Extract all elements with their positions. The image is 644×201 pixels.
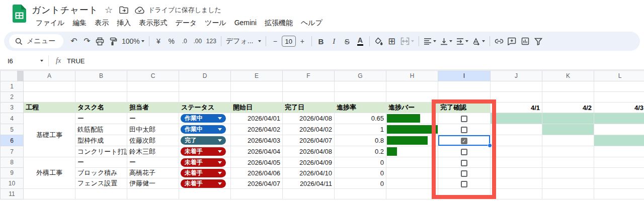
start-date-cell[interactable]: 2026/04/07 <box>231 178 283 189</box>
gantt-cell[interactable] <box>594 178 644 189</box>
column-header-d[interactable]: D <box>179 71 231 81</box>
menu-edit[interactable]: 編集 <box>68 18 91 29</box>
checkbox[interactable] <box>461 160 467 166</box>
assignee-cell[interactable]: 伊藤健一 <box>127 178 179 189</box>
cell[interactable] <box>179 92 231 103</box>
gantt-cell[interactable] <box>594 124 644 135</box>
column-header-e[interactable]: E <box>231 71 283 81</box>
status-cell[interactable]: 未着手 <box>179 157 231 168</box>
end-date-cell[interactable]: 2026/04/09 <box>283 157 335 168</box>
cell[interactable] <box>75 92 127 103</box>
status-chip[interactable]: 作業中 <box>181 114 226 123</box>
header-cell-assignee[interactable]: 担当者 <box>127 103 179 113</box>
cell[interactable] <box>24 189 75 199</box>
progress-bar-cell[interactable] <box>386 124 438 135</box>
cell[interactable] <box>127 92 179 103</box>
menu-view[interactable]: 表示 <box>91 18 113 29</box>
task-name-cell[interactable]: フェンス設置 <box>75 178 127 189</box>
start-date-cell[interactable]: 2026/04/05 <box>231 157 283 168</box>
status-chip[interactable]: 完了 <box>181 136 226 145</box>
end-date-cell[interactable]: 2026/04/10 <box>283 168 335 178</box>
move-to-folder-icon[interactable] <box>119 6 128 14</box>
insert-chart-icon[interactable] <box>519 35 532 48</box>
gantt-cell[interactable] <box>542 135 594 146</box>
create-filter-icon[interactable] <box>532 35 545 48</box>
strikethrough-button[interactable]: S <box>341 35 354 48</box>
column-header-i[interactable]: I <box>438 71 491 81</box>
end-date-cell[interactable]: 2026/04/07 <box>283 135 335 146</box>
cell[interactable] <box>231 189 283 199</box>
cell[interactable] <box>24 92 75 103</box>
menu-insert[interactable]: 挿入 <box>113 18 135 29</box>
progress-cell[interactable]: 0.65 <box>335 113 386 124</box>
column-header-f[interactable]: F <box>283 71 335 81</box>
assignee-cell[interactable]: 佐藤次郎 <box>127 135 179 146</box>
menu-gemini[interactable]: Gemini <box>230 18 261 29</box>
header-cell-progress[interactable]: 進捗率 <box>335 103 386 113</box>
cell[interactable] <box>335 92 386 103</box>
row-header-2[interactable]: 2 <box>1 92 24 103</box>
gantt-cell[interactable] <box>491 124 542 135</box>
completion-cell[interactable] <box>438 146 491 157</box>
end-date-cell[interactable]: 2026/04/11 <box>283 178 335 189</box>
date-header-4-2[interactable]: 4/2 <box>542 103 594 113</box>
row-header-4[interactable]: 4 <box>1 113 24 124</box>
column-header-j[interactable]: J <box>491 71 542 81</box>
assignee-cell[interactable]: 田中太郎 <box>127 124 179 135</box>
progress-bar-cell[interactable] <box>386 146 438 157</box>
increase-decimal-button[interactable]: .00 <box>191 35 204 48</box>
gantt-cell[interactable] <box>491 178 542 189</box>
save-status[interactable]: ドライブに保存しました <box>135 6 221 15</box>
menu-format[interactable]: 表示形式 <box>135 18 171 29</box>
gantt-cell[interactable] <box>594 168 644 178</box>
cell[interactable] <box>594 189 644 199</box>
start-date-cell[interactable]: 2026/04/03 <box>231 135 283 146</box>
progress-cell[interactable]: 0 <box>335 178 386 189</box>
cell[interactable] <box>386 189 438 199</box>
status-cell[interactable]: 作業中 <box>179 124 231 135</box>
start-date-cell[interactable]: 2026/04/06 <box>231 168 283 178</box>
row-header-6[interactable]: 6 <box>1 135 24 146</box>
star-icon[interactable]: ☆ <box>105 6 113 15</box>
cell[interactable] <box>283 189 335 199</box>
menu-tools[interactable]: ツール <box>201 18 230 29</box>
menu-extensions[interactable]: 拡張機能 <box>261 18 297 29</box>
gantt-cell[interactable] <box>542 168 594 178</box>
text-color-button[interactable]: A <box>357 37 363 46</box>
horizontal-align-icon[interactable] <box>422 35 438 48</box>
increase-font-size-button[interactable]: + <box>296 35 309 48</box>
percent-format-button[interactable]: % <box>165 35 178 48</box>
status-chip[interactable]: 未着手 <box>181 158 226 167</box>
assignee-cell[interactable]: ー <box>127 113 179 124</box>
menu-file[interactable]: ファイル <box>32 18 68 29</box>
cell[interactable] <box>24 81 75 92</box>
checkbox[interactable] <box>461 181 467 187</box>
bold-button[interactable]: B <box>314 35 328 48</box>
task-name-cell[interactable]: ブロック積み <box>75 168 127 178</box>
merge-cells-icon[interactable] <box>398 35 416 48</box>
status-chip[interactable]: 未着手 <box>181 169 226 177</box>
decrease-font-size-button[interactable]: − <box>269 35 282 48</box>
gantt-cell[interactable] <box>542 113 594 124</box>
paint-format-icon[interactable] <box>107 35 120 48</box>
text-wrap-icon[interactable] <box>454 35 470 48</box>
cell[interactable] <box>594 81 644 92</box>
currency-format-button[interactable]: ¥ <box>152 35 165 48</box>
cell[interactable] <box>542 92 594 103</box>
gantt-cell[interactable] <box>491 135 542 146</box>
header-cell-completion-check[interactable]: 完了確認 <box>438 103 491 113</box>
insert-link-icon[interactable] <box>493 35 506 48</box>
end-date-cell[interactable]: 2026/04/08 <box>283 146 335 157</box>
progress-bar-cell[interactable] <box>386 135 438 146</box>
formula-input[interactable]: TRUE <box>67 57 85 65</box>
selected-cell-I6[interactable] <box>438 135 491 146</box>
gantt-cell[interactable] <box>491 168 542 178</box>
progress-cell[interactable]: 1 <box>335 124 386 135</box>
gantt-cell[interactable] <box>491 157 542 168</box>
gantt-cell[interactable] <box>491 113 542 124</box>
italic-button[interactable]: I <box>328 35 341 48</box>
checkbox[interactable] <box>461 149 467 155</box>
gantt-cell[interactable] <box>542 146 594 157</box>
header-cell-end-date[interactable]: 完了日 <box>283 103 335 113</box>
group-cell[interactable]: 基礎工事 <box>24 113 75 157</box>
